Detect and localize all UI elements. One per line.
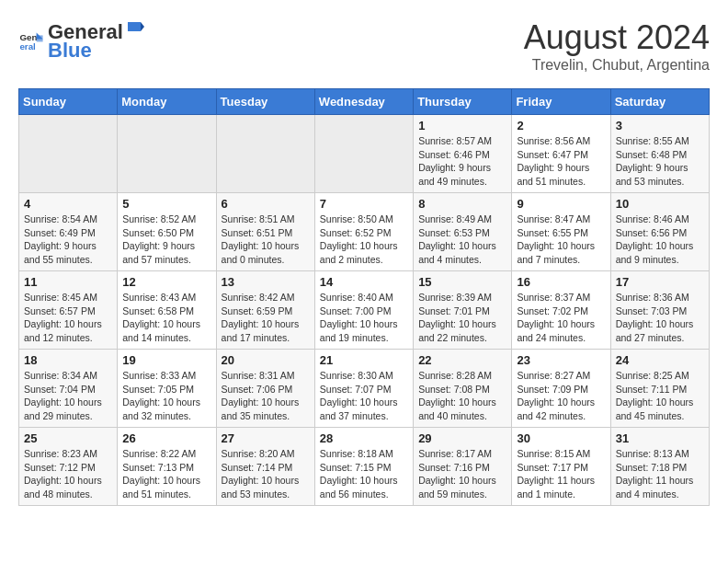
day-info: Sunrise: 8:20 AM Sunset: 7:14 PM Dayligh… <box>222 447 310 501</box>
day-info: Sunrise: 8:45 AM Sunset: 6:57 PM Dayligh… <box>24 291 112 345</box>
day-info: Sunrise: 8:25 AM Sunset: 7:11 PM Dayligh… <box>616 369 704 423</box>
calendar-cell: 18Sunrise: 8:34 AM Sunset: 7:04 PM Dayli… <box>19 350 118 428</box>
calendar-week-row: 25Sunrise: 8:23 AM Sunset: 7:12 PM Dayli… <box>19 428 710 506</box>
month-year-title: August 2024 <box>524 18 710 57</box>
day-info: Sunrise: 8:55 AM Sunset: 6:48 PM Dayligh… <box>616 134 704 189</box>
day-info: Sunrise: 8:42 AM Sunset: 6:59 PM Dayligh… <box>222 291 310 345</box>
day-number: 9 <box>517 197 605 211</box>
day-info: Sunrise: 8:36 AM Sunset: 7:03 PM Dayligh… <box>616 291 704 345</box>
calendar-cell: 6Sunrise: 8:51 AM Sunset: 6:51 PM Daylig… <box>216 193 314 271</box>
page-header: Gen eral General Blue August 2024 Trevel… <box>18 18 710 74</box>
day-info: Sunrise: 8:57 AM Sunset: 6:46 PM Dayligh… <box>418 134 506 189</box>
day-header-tuesday: Tuesday <box>216 89 314 115</box>
day-info: Sunrise: 8:23 AM Sunset: 7:12 PM Dayligh… <box>24 447 112 501</box>
day-number: 1 <box>418 119 506 132</box>
svg-marker-4 <box>128 22 141 31</box>
day-info: Sunrise: 8:47 AM Sunset: 6:55 PM Dayligh… <box>517 213 605 267</box>
day-info: Sunrise: 8:33 AM Sunset: 7:05 PM Dayligh… <box>122 369 210 423</box>
calendar-cell: 12Sunrise: 8:43 AM Sunset: 6:58 PM Dayli… <box>118 271 216 350</box>
day-number: 21 <box>320 353 408 367</box>
day-info: Sunrise: 8:51 AM Sunset: 6:51 PM Dayligh… <box>222 213 310 267</box>
day-number: 24 <box>616 353 704 367</box>
day-number: 27 <box>222 431 310 445</box>
calendar-cell: 3Sunrise: 8:55 AM Sunset: 6:48 PM Daylig… <box>610 115 709 193</box>
calendar-week-row: 1Sunrise: 8:57 AM Sunset: 6:46 PM Daylig… <box>19 115 710 193</box>
day-number: 12 <box>122 275 210 289</box>
calendar-cell: 31Sunrise: 8:13 AM Sunset: 7:18 PM Dayli… <box>610 428 709 506</box>
calendar-cell: 22Sunrise: 8:28 AM Sunset: 7:08 PM Dayli… <box>414 350 512 428</box>
day-number: 17 <box>616 275 704 289</box>
calendar-cell: 23Sunrise: 8:27 AM Sunset: 7:09 PM Dayli… <box>512 350 610 428</box>
day-number: 28 <box>320 431 408 445</box>
svg-marker-5 <box>141 22 144 31</box>
day-info: Sunrise: 8:15 AM Sunset: 7:17 PM Dayligh… <box>517 447 605 501</box>
calendar-cell: 8Sunrise: 8:49 AM Sunset: 6:53 PM Daylig… <box>414 193 512 271</box>
day-number: 7 <box>320 197 408 211</box>
svg-marker-3 <box>37 35 43 41</box>
calendar-cell <box>118 115 216 193</box>
svg-text:eral: eral <box>19 41 36 52</box>
day-info: Sunrise: 8:17 AM Sunset: 7:16 PM Dayligh… <box>418 447 506 501</box>
day-info: Sunrise: 8:30 AM Sunset: 7:07 PM Dayligh… <box>320 369 408 423</box>
day-info: Sunrise: 8:40 AM Sunset: 7:00 PM Dayligh… <box>320 291 408 345</box>
day-number: 13 <box>222 275 310 289</box>
calendar-cell: 17Sunrise: 8:36 AM Sunset: 7:03 PM Dayli… <box>610 271 709 350</box>
day-number: 5 <box>122 197 210 211</box>
calendar-cell: 15Sunrise: 8:39 AM Sunset: 7:01 PM Dayli… <box>414 271 512 350</box>
day-number: 20 <box>222 353 310 367</box>
day-header-wednesday: Wednesday <box>314 89 413 115</box>
day-number: 14 <box>320 275 408 289</box>
day-number: 15 <box>418 275 506 289</box>
day-number: 31 <box>616 431 704 445</box>
day-info: Sunrise: 8:52 AM Sunset: 6:50 PM Dayligh… <box>122 213 210 267</box>
calendar-cell: 27Sunrise: 8:20 AM Sunset: 7:14 PM Dayli… <box>216 428 314 506</box>
day-number: 30 <box>517 431 605 445</box>
calendar-week-row: 11Sunrise: 8:45 AM Sunset: 6:57 PM Dayli… <box>19 271 710 350</box>
logo: Gen eral General Blue <box>18 18 145 63</box>
calendar-cell: 10Sunrise: 8:46 AM Sunset: 6:56 PM Dayli… <box>610 193 709 271</box>
day-number: 16 <box>517 275 605 289</box>
calendar-cell: 25Sunrise: 8:23 AM Sunset: 7:12 PM Dayli… <box>19 428 118 506</box>
calendar-cell: 24Sunrise: 8:25 AM Sunset: 7:11 PM Dayli… <box>610 350 709 428</box>
location-subtitle: Trevelin, Chubut, Argentina <box>524 57 710 74</box>
day-header-friday: Friday <box>512 89 610 115</box>
day-number: 26 <box>122 431 210 445</box>
day-number: 10 <box>616 197 704 211</box>
day-header-monday: Monday <box>118 89 216 115</box>
day-number: 19 <box>122 353 210 367</box>
calendar-cell: 29Sunrise: 8:17 AM Sunset: 7:16 PM Dayli… <box>414 428 512 506</box>
day-number: 22 <box>418 353 506 367</box>
day-number: 3 <box>616 119 704 132</box>
day-info: Sunrise: 8:13 AM Sunset: 7:18 PM Dayligh… <box>616 447 704 501</box>
day-header-thursday: Thursday <box>414 89 512 115</box>
day-header-sunday: Sunday <box>19 89 118 115</box>
day-number: 23 <box>517 353 605 367</box>
calendar-header-row: SundayMondayTuesdayWednesdayThursdayFrid… <box>19 89 710 115</box>
logo-text: General Blue <box>48 18 145 63</box>
day-number: 18 <box>24 353 112 367</box>
day-number: 11 <box>24 275 112 289</box>
calendar-table: SundayMondayTuesdayWednesdayThursdayFrid… <box>18 88 710 506</box>
logo-flag-icon <box>124 18 144 39</box>
day-info: Sunrise: 8:18 AM Sunset: 7:15 PM Dayligh… <box>320 447 408 501</box>
calendar-cell: 16Sunrise: 8:37 AM Sunset: 7:02 PM Dayli… <box>512 271 610 350</box>
day-info: Sunrise: 8:31 AM Sunset: 7:06 PM Dayligh… <box>222 369 310 423</box>
day-number: 29 <box>418 431 506 445</box>
day-number: 25 <box>24 431 112 445</box>
calendar-cell: 1Sunrise: 8:57 AM Sunset: 6:46 PM Daylig… <box>414 115 512 193</box>
day-info: Sunrise: 8:34 AM Sunset: 7:04 PM Dayligh… <box>24 369 112 423</box>
calendar-cell: 5Sunrise: 8:52 AM Sunset: 6:50 PM Daylig… <box>118 193 216 271</box>
day-info: Sunrise: 8:43 AM Sunset: 6:58 PM Dayligh… <box>122 291 210 345</box>
calendar-cell: 19Sunrise: 8:33 AM Sunset: 7:05 PM Dayli… <box>118 350 216 428</box>
title-area: August 2024 Trevelin, Chubut, Argentina <box>524 18 710 74</box>
day-info: Sunrise: 8:37 AM Sunset: 7:02 PM Dayligh… <box>517 291 605 345</box>
day-info: Sunrise: 8:54 AM Sunset: 6:49 PM Dayligh… <box>24 213 112 267</box>
calendar-cell: 30Sunrise: 8:15 AM Sunset: 7:17 PM Dayli… <box>512 428 610 506</box>
calendar-cell: 26Sunrise: 8:22 AM Sunset: 7:13 PM Dayli… <box>118 428 216 506</box>
calendar-cell <box>216 115 314 193</box>
day-info: Sunrise: 8:50 AM Sunset: 6:52 PM Dayligh… <box>320 213 408 267</box>
day-number: 8 <box>418 197 506 211</box>
calendar-cell: 21Sunrise: 8:30 AM Sunset: 7:07 PM Dayli… <box>314 350 413 428</box>
calendar-cell: 28Sunrise: 8:18 AM Sunset: 7:15 PM Dayli… <box>314 428 413 506</box>
calendar-cell: 20Sunrise: 8:31 AM Sunset: 7:06 PM Dayli… <box>216 350 314 428</box>
